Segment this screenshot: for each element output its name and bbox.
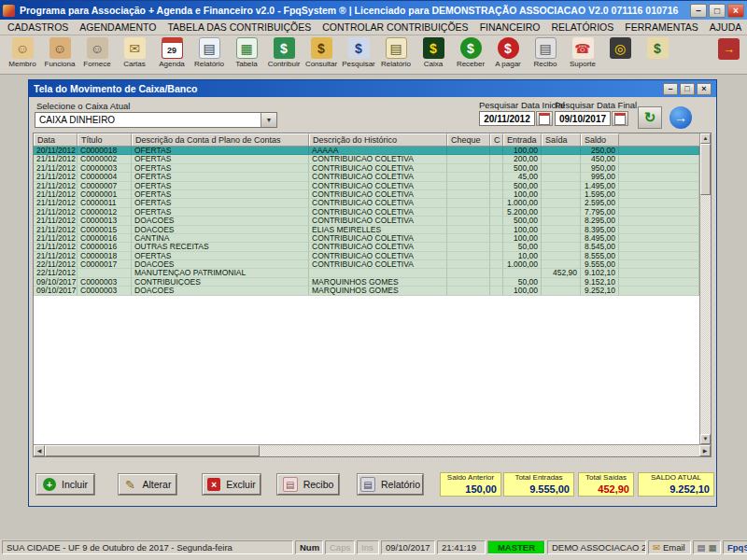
vertical-scroll-thumb[interactable]: [700, 144, 711, 195]
caixa-select[interactable]: CAIXA DINHEIRO ▼: [35, 112, 277, 128]
status-email-icon: [653, 541, 660, 553]
scroll-up-icon[interactable]: ▲: [700, 133, 711, 144]
action-button[interactable]: Incluir: [36, 474, 94, 495]
table-row[interactable]: 21/11/2012 C0000012 OFERTAS CONTRIBUICAO…: [34, 208, 699, 217]
status-user-badge: MASTER: [487, 540, 545, 554]
toolbar-button[interactable]: Recibo: [527, 36, 564, 74]
menu-item[interactable]: FERRAMENTAS: [619, 21, 704, 34]
table-header-cell[interactable]: C: [490, 133, 503, 146]
toolbar-button[interactable]: A pagar: [489, 36, 527, 74]
table-row[interactable]: 21/11/2012 C0000003 OFERTAS CONTRIBUICAO…: [34, 164, 699, 173]
toolbar-button[interactable]: Consultar: [303, 36, 340, 74]
cell-entrada: 100,00: [503, 234, 542, 243]
toolbar-button[interactable]: Tabela: [228, 36, 265, 74]
date-end-field[interactable]: 09/10/2017: [555, 111, 611, 126]
status-email[interactable]: Email: [648, 540, 691, 554]
refresh-button[interactable]: [638, 106, 662, 129]
toolbar-button[interactable]: Suporte: [564, 36, 601, 74]
action-button[interactable]: Recibo: [277, 474, 339, 495]
scroll-right-icon[interactable]: ▶: [699, 445, 711, 456]
menu-item[interactable]: CADASTROS: [2, 21, 74, 34]
table-header-cell[interactable]: Título: [78, 133, 132, 146]
menu-item[interactable]: TABELA DAS CONTRIBUIÇÕES: [162, 21, 317, 34]
table-row[interactable]: 21/11/2012 C0000001 OFERTAS CONTRIBUICAO…: [34, 190, 699, 199]
action-button[interactable]: Excluir: [203, 474, 261, 495]
main-titlebar: Programa para Associação + Agenda e Fina…: [0, 1, 747, 20]
menu-item[interactable]: FINANCEIRO: [474, 21, 546, 34]
scroll-left-icon[interactable]: ◀: [34, 445, 45, 456]
movement-close-button[interactable]: ×: [697, 83, 712, 95]
table-header-cell[interactable]: Entrada: [503, 133, 542, 146]
action-button[interactable]: Alterar: [119, 474, 176, 495]
caixa-label: Selecione o Caixa Atual: [36, 101, 130, 111]
table-row[interactable]: 21/11/2012 C0000016 OUTRAS RECEITAS CONT…: [34, 243, 699, 251]
table-header-cell[interactable]: Descrição da Conta d Plano de Contas: [132, 133, 309, 146]
table-header-cell[interactable]: Descrição do Histórico: [309, 133, 447, 146]
date-start-field[interactable]: 20/11/2012: [479, 111, 535, 126]
scroll-down-icon[interactable]: ▼: [700, 434, 711, 444]
cell-saida: [542, 260, 581, 269]
toolbar-button[interactable]: [601, 36, 639, 74]
chevron-down-icon[interactable]: ▼: [261, 113, 276, 127]
table-row[interactable]: 21/11/2012 C0000004 OFERTAS CONTRIBUICAO…: [34, 173, 699, 181]
table-header-cell[interactable]: Saída: [542, 133, 581, 146]
cell-saldo: 1.595,00: [581, 190, 619, 199]
minimize-button[interactable]: –: [690, 4, 707, 18]
close-button[interactable]: ×: [727, 4, 744, 18]
table-row[interactable]: 20/11/2012 C0000018 OFERTAS AAAAA 100,00…: [34, 147, 699, 155]
table-row[interactable]: 21/11/2012 C0000002 OFERTAS CONTRIBUICAO…: [34, 155, 699, 163]
cell-saida: [542, 173, 581, 181]
summary-value: 9.555,00: [504, 483, 573, 496]
table-row[interactable]: 21/11/2012 C0000007 OFERTAS CONTRIBUICAO…: [34, 182, 699, 190]
toolbar-button[interactable]: Caixa: [415, 36, 452, 74]
cell-saida: [542, 155, 581, 163]
movement-maximize-button[interactable]: □: [680, 83, 695, 95]
cell-filler: [619, 208, 699, 217]
cell-conta: CANTINA: [132, 234, 309, 243]
table-header-cell[interactable]: Cheque: [447, 133, 490, 146]
toolbar-button[interactable]: Fornece: [78, 36, 116, 74]
toolbar-button[interactable]: Funciona: [41, 36, 78, 74]
toolbar-button[interactable]: Pesquisar: [340, 36, 377, 74]
cell-titulo: C0000018: [78, 252, 132, 260]
maximize-button[interactable]: □: [709, 4, 726, 18]
table-row[interactable]: 22/11/2012 C0000017 DOACOES CONTRIBUICAO…: [34, 260, 699, 269]
table-row[interactable]: 21/11/2012 C0000018 OFERTAS CONTRIBUICAO…: [34, 252, 699, 260]
menu-item[interactable]: AJUDA: [704, 21, 747, 34]
toolbar-button[interactable]: Contribuir: [265, 36, 303, 74]
table-row[interactable]: 21/11/2012 C0000015 DOACOES ELIAS MEIREL…: [34, 226, 699, 234]
toolbar-button[interactable]: Relatório: [377, 36, 415, 74]
horizontal-scroll-thumb[interactable]: [45, 445, 260, 456]
cell-saida: [542, 217, 581, 225]
table-row[interactable]: 21/11/2012 C0000011 OFERTAS CONTRIBUICAO…: [34, 199, 699, 207]
table-row[interactable]: 21/11/2012 C0000016 CANTINA CONTRIBUICAO…: [34, 234, 699, 243]
toolbar-button[interactable]: Agenda: [153, 36, 190, 74]
table-row[interactable]: 22/11/2012 MANUTENÇÃO PATRIMONIAL 452,90…: [34, 269, 699, 277]
date-start-calendar-button[interactable]: [536, 111, 553, 126]
date-end-calendar-button[interactable]: [612, 111, 628, 126]
exit-button[interactable]: [718, 38, 740, 60]
table-header-cell[interactable]: Saldo: [581, 133, 619, 146]
table-row[interactable]: 09/10/2017 C0000003 CONTRIBUIÇÕES MARQUI…: [34, 278, 699, 287]
status-tools[interactable]: [693, 540, 721, 554]
search-go-button[interactable]: [669, 106, 692, 129]
table-header-cell[interactable]: Data: [34, 133, 78, 146]
table-row[interactable]: 09/10/2017 C0000003 DOACOES MARQUINHOS G…: [34, 287, 699, 295]
horizontal-scrollbar[interactable]: ◀ ▶: [34, 444, 711, 456]
window-title: Programa para Associação + Agenda e Fina…: [20, 5, 690, 16]
toolbar-button[interactable]: Relatório: [190, 36, 228, 74]
toolbar-button[interactable]: Cartas: [116, 36, 153, 74]
menu-item[interactable]: AGENDAMENTO: [74, 21, 162, 34]
vertical-scrollbar[interactable]: ▲ ▼: [699, 133, 711, 444]
menu-item[interactable]: CONTROLAR CONTRIBUIÇÕES: [317, 21, 473, 34]
menu-item[interactable]: RELATÓRIOS: [545, 21, 619, 34]
action-button[interactable]: Relatório: [358, 474, 423, 495]
toolbar-button[interactable]: Receber: [452, 36, 489, 74]
cell-conta: OFERTAS: [132, 199, 309, 207]
toolbar-button[interactable]: [639, 36, 676, 74]
cell-saldo: 1.495,00: [581, 182, 619, 190]
toolbar: Membro Funciona Fornece Cartas Agenda: [0, 35, 747, 75]
table-row[interactable]: 21/11/2012 C0000013 DOACOES CONTRIBUICAO…: [34, 217, 699, 225]
toolbar-button[interactable]: Membro: [4, 36, 41, 74]
movement-minimize-button[interactable]: –: [663, 83, 678, 95]
